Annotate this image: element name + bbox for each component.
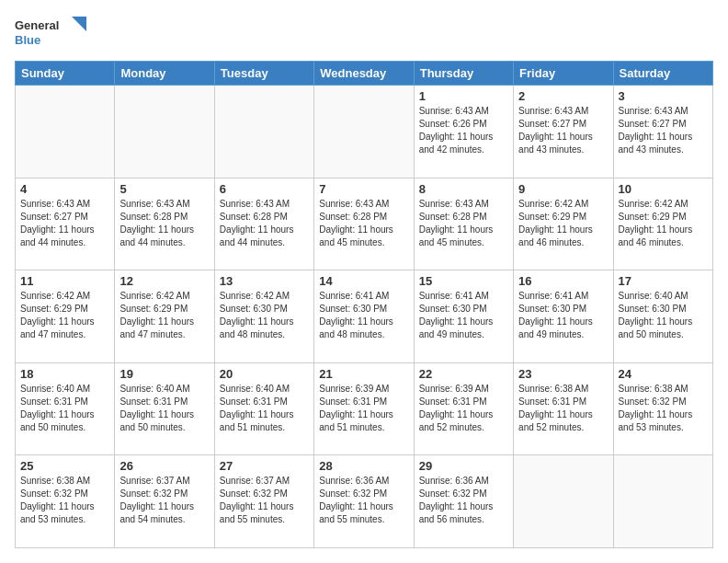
day-info: Sunrise: 6:37 AMSunset: 6:32 PMDaylight:… xyxy=(220,475,309,526)
day-number: 20 xyxy=(220,367,309,381)
day-info: Sunrise: 6:37 AMSunset: 6:32 PMDaylight:… xyxy=(119,475,209,526)
calendar-cell: 11Sunrise: 6:42 AMSunset: 6:29 PMDayligh… xyxy=(16,270,115,363)
calendar-cell: 6Sunrise: 6:43 AMSunset: 6:28 PMDaylight… xyxy=(214,178,313,270)
header: General Blue xyxy=(15,15,713,52)
day-number: 13 xyxy=(220,274,309,288)
calendar-cell: 20Sunrise: 6:40 AMSunset: 6:31 PMDayligh… xyxy=(214,362,313,455)
day-info: Sunrise: 6:38 AMSunset: 6:32 PMDaylight:… xyxy=(20,475,109,526)
calendar-cell: 22Sunrise: 6:39 AMSunset: 6:31 PMDayligh… xyxy=(414,362,513,455)
calendar-cell: 7Sunrise: 6:43 AMSunset: 6:28 PMDaylight… xyxy=(314,178,414,270)
day-number: 3 xyxy=(619,89,708,103)
day-info: Sunrise: 6:36 AMSunset: 6:32 PMDaylight:… xyxy=(319,475,408,526)
day-info: Sunrise: 6:43 AMSunset: 6:28 PMDaylight:… xyxy=(319,198,408,249)
calendar-table: SundayMondayTuesdayWednesdayThursdayFrid… xyxy=(15,61,713,548)
day-number: 25 xyxy=(20,459,109,473)
calendar-cell: 5Sunrise: 6:43 AMSunset: 6:28 PMDaylight… xyxy=(115,178,214,270)
calendar-cell xyxy=(214,86,313,178)
day-info: Sunrise: 6:41 AMSunset: 6:30 PMDaylight:… xyxy=(518,290,608,341)
week-row-2: 11Sunrise: 6:42 AMSunset: 6:29 PMDayligh… xyxy=(16,270,713,363)
day-number: 1 xyxy=(419,89,508,103)
day-number: 10 xyxy=(619,182,708,196)
day-number: 4 xyxy=(20,182,109,196)
day-info: Sunrise: 6:40 AMSunset: 6:31 PMDaylight:… xyxy=(220,383,309,434)
day-info: Sunrise: 6:42 AMSunset: 6:29 PMDaylight:… xyxy=(518,198,608,249)
week-row-0: 1Sunrise: 6:43 AMSunset: 6:26 PMDaylight… xyxy=(16,86,713,178)
calendar-cell: 15Sunrise: 6:41 AMSunset: 6:30 PMDayligh… xyxy=(414,270,513,363)
calendar-cell: 25Sunrise: 6:38 AMSunset: 6:32 PMDayligh… xyxy=(16,455,115,548)
day-info: Sunrise: 6:36 AMSunset: 6:32 PMDaylight:… xyxy=(419,475,508,526)
day-info: Sunrise: 6:38 AMSunset: 6:31 PMDaylight:… xyxy=(518,383,608,434)
calendar-cell: 29Sunrise: 6:36 AMSunset: 6:32 PMDayligh… xyxy=(414,455,513,548)
day-number: 2 xyxy=(518,89,608,103)
week-row-4: 25Sunrise: 6:38 AMSunset: 6:32 PMDayligh… xyxy=(16,455,713,548)
day-number: 23 xyxy=(518,367,608,381)
day-info: Sunrise: 6:43 AMSunset: 6:27 PMDaylight:… xyxy=(20,198,109,249)
weekday-header-thursday: Thursday xyxy=(414,62,513,86)
day-number: 28 xyxy=(319,459,408,473)
day-info: Sunrise: 6:38 AMSunset: 6:32 PMDaylight:… xyxy=(619,383,708,434)
day-info: Sunrise: 6:39 AMSunset: 6:31 PMDaylight:… xyxy=(419,383,508,434)
day-number: 24 xyxy=(619,367,708,381)
weekday-header-tuesday: Tuesday xyxy=(214,62,313,86)
day-number: 29 xyxy=(419,459,508,473)
logo: General Blue xyxy=(15,15,88,52)
calendar-cell xyxy=(16,86,115,178)
svg-text:Blue: Blue xyxy=(15,33,40,47)
day-info: Sunrise: 6:39 AMSunset: 6:31 PMDaylight:… xyxy=(319,383,408,434)
svg-text:General: General xyxy=(15,18,59,32)
weekday-header-wednesday: Wednesday xyxy=(314,62,414,86)
calendar-cell: 1Sunrise: 6:43 AMSunset: 6:26 PMDaylight… xyxy=(414,86,513,178)
day-number: 21 xyxy=(319,367,408,381)
calendar-cell: 14Sunrise: 6:41 AMSunset: 6:30 PMDayligh… xyxy=(314,270,414,363)
day-info: Sunrise: 6:43 AMSunset: 6:28 PMDaylight:… xyxy=(119,198,209,249)
day-number: 19 xyxy=(119,367,209,381)
calendar-cell: 3Sunrise: 6:43 AMSunset: 6:27 PMDaylight… xyxy=(613,86,712,178)
calendar-cell: 8Sunrise: 6:43 AMSunset: 6:28 PMDaylight… xyxy=(414,178,513,270)
day-number: 27 xyxy=(220,459,309,473)
calendar-cell: 16Sunrise: 6:41 AMSunset: 6:30 PMDayligh… xyxy=(514,270,613,363)
weekday-header-friday: Friday xyxy=(514,62,613,86)
calendar-cell: 9Sunrise: 6:42 AMSunset: 6:29 PMDaylight… xyxy=(514,178,613,270)
calendar-cell xyxy=(514,455,613,548)
day-info: Sunrise: 6:40 AMSunset: 6:31 PMDaylight:… xyxy=(119,383,209,434)
day-info: Sunrise: 6:42 AMSunset: 6:29 PMDaylight:… xyxy=(619,198,708,249)
week-row-1: 4Sunrise: 6:43 AMSunset: 6:27 PMDaylight… xyxy=(16,178,713,270)
logo-svg: General Blue xyxy=(15,15,88,52)
day-number: 5 xyxy=(119,182,209,196)
day-info: Sunrise: 6:40 AMSunset: 6:31 PMDaylight:… xyxy=(20,383,109,434)
day-info: Sunrise: 6:43 AMSunset: 6:28 PMDaylight:… xyxy=(419,198,508,249)
weekday-header-row: SundayMondayTuesdayWednesdayThursdayFrid… xyxy=(16,62,713,86)
day-info: Sunrise: 6:41 AMSunset: 6:30 PMDaylight:… xyxy=(319,290,408,341)
day-info: Sunrise: 6:43 AMSunset: 6:26 PMDaylight:… xyxy=(419,105,508,156)
day-number: 6 xyxy=(220,182,309,196)
day-number: 7 xyxy=(319,182,408,196)
day-number: 18 xyxy=(20,367,109,381)
calendar-cell: 18Sunrise: 6:40 AMSunset: 6:31 PMDayligh… xyxy=(16,362,115,455)
day-info: Sunrise: 6:43 AMSunset: 6:27 PMDaylight:… xyxy=(518,105,608,156)
weekday-header-saturday: Saturday xyxy=(613,62,712,86)
day-info: Sunrise: 6:42 AMSunset: 6:29 PMDaylight:… xyxy=(119,290,209,341)
calendar-cell: 28Sunrise: 6:36 AMSunset: 6:32 PMDayligh… xyxy=(314,455,414,548)
day-number: 12 xyxy=(119,274,209,288)
day-number: 17 xyxy=(619,274,708,288)
calendar-cell: 13Sunrise: 6:42 AMSunset: 6:30 PMDayligh… xyxy=(214,270,313,363)
page: General Blue SundayMondayTuesdayWednesda… xyxy=(0,0,728,563)
day-info: Sunrise: 6:42 AMSunset: 6:30 PMDaylight:… xyxy=(220,290,309,341)
svg-marker-2 xyxy=(72,17,86,31)
day-number: 14 xyxy=(319,274,408,288)
day-info: Sunrise: 6:41 AMSunset: 6:30 PMDaylight:… xyxy=(419,290,508,341)
day-number: 26 xyxy=(119,459,209,473)
calendar-cell: 21Sunrise: 6:39 AMSunset: 6:31 PMDayligh… xyxy=(314,362,414,455)
week-row-3: 18Sunrise: 6:40 AMSunset: 6:31 PMDayligh… xyxy=(16,362,713,455)
calendar-cell xyxy=(115,86,214,178)
calendar-cell: 10Sunrise: 6:42 AMSunset: 6:29 PMDayligh… xyxy=(613,178,712,270)
calendar-cell: 4Sunrise: 6:43 AMSunset: 6:27 PMDaylight… xyxy=(16,178,115,270)
day-number: 15 xyxy=(419,274,508,288)
calendar-cell: 2Sunrise: 6:43 AMSunset: 6:27 PMDaylight… xyxy=(514,86,613,178)
day-number: 8 xyxy=(419,182,508,196)
calendar-cell: 17Sunrise: 6:40 AMSunset: 6:30 PMDayligh… xyxy=(613,270,712,363)
calendar-cell: 27Sunrise: 6:37 AMSunset: 6:32 PMDayligh… xyxy=(214,455,313,548)
day-number: 9 xyxy=(518,182,608,196)
calendar-cell: 24Sunrise: 6:38 AMSunset: 6:32 PMDayligh… xyxy=(613,362,712,455)
weekday-header-sunday: Sunday xyxy=(16,62,115,86)
